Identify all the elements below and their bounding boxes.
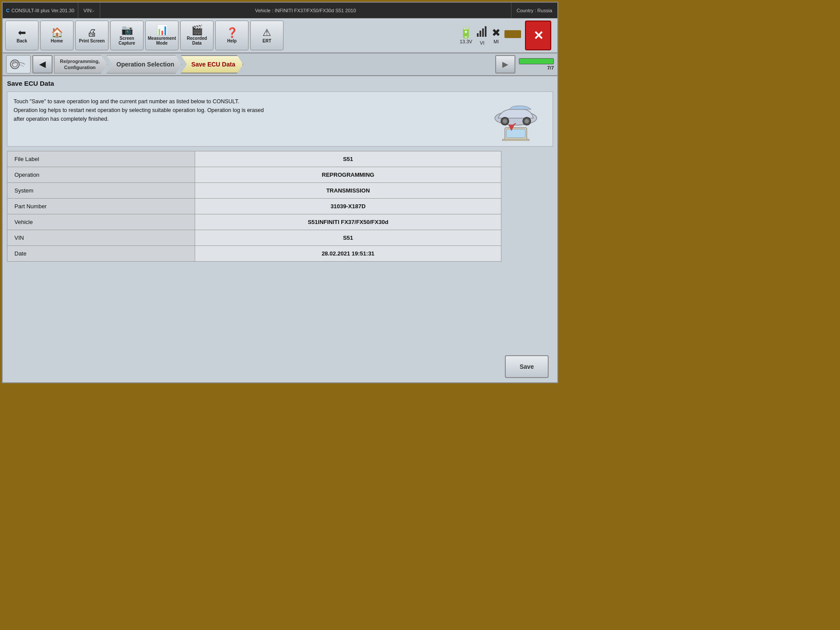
header-country: Country : Russia	[511, 3, 557, 18]
reprogramming-label: Re/programming,Configuration	[60, 58, 100, 71]
app-name: CONSULT-III plus	[11, 8, 49, 13]
mi-status: ✖ MI	[492, 27, 500, 44]
data-table-wrapper: File Label S51 Operation REPROGRAMMING S…	[7, 151, 501, 262]
home-button[interactable]: 🏠 Home	[40, 21, 74, 50]
print-label: Print Screen	[79, 38, 105, 43]
battery-voltage: 13.3V	[460, 39, 472, 44]
header-left: C CONSULT-III plus Ver.201.30	[3, 3, 78, 18]
app-logo: C	[6, 8, 10, 13]
back-icon: ⬅	[18, 28, 26, 38]
breadcrumb-operation-selection[interactable]: Operation Selection	[106, 55, 182, 74]
print-screen-button[interactable]: 🖨 Print Screen	[75, 21, 108, 50]
breadcrumb-back-button[interactable]: ◀	[32, 55, 52, 74]
screen-capture-button[interactable]: 📷 ScreenCapture	[110, 21, 144, 50]
table-label-1: Operation	[7, 167, 195, 183]
progress-label: 7/7	[547, 65, 554, 70]
svg-point-9	[503, 119, 507, 123]
table-label-5: VIN	[7, 230, 195, 246]
data-table: File Label S51 Operation REPROGRAMMING S…	[7, 151, 501, 262]
table-value-1: REPROGRAMMING	[195, 167, 501, 183]
ert-button[interactable]: ⚠ ERT	[250, 21, 284, 50]
table-row: VIN S51	[7, 230, 501, 246]
svg-point-11	[525, 119, 529, 123]
table-value-4: S51INFINITI FX37/FX50/FX30d	[195, 214, 501, 230]
breadcrumb-save-ecu[interactable]: Save ECU Data	[181, 55, 243, 74]
table-value-3: 31039-X187D	[195, 199, 501, 214]
mi-label: MI	[494, 39, 499, 44]
progress-fill	[519, 59, 553, 64]
svg-rect-0	[477, 33, 479, 37]
table-row: System TRANSMISSION	[7, 183, 501, 199]
bottom-section: File Label S51 Operation REPROGRAMMING S…	[7, 151, 553, 380]
breadcrumb-bar: ◀ Re/programming,Configuration Operation…	[3, 53, 557, 76]
close-button[interactable]: ✕	[525, 21, 551, 50]
capture-label: ScreenCapture	[119, 36, 135, 46]
svg-rect-4	[504, 30, 521, 38]
header-bar: C CONSULT-III plus Ver.201.30 VIN:- Vehi…	[3, 3, 557, 18]
table-value-5: S51	[195, 230, 501, 246]
country-label: Country : Russia	[517, 8, 552, 13]
battery-icon: 🔋	[459, 27, 472, 39]
table-label-0: File Label	[7, 151, 195, 167]
recorded-data-button[interactable]: 🎬 RecordedData	[180, 21, 214, 50]
progress-container: 7/7	[519, 58, 554, 70]
operation-selection-label: Operation Selection	[116, 61, 174, 68]
page-title: Save ECU Data	[7, 79, 553, 88]
vi-label: VI	[480, 40, 484, 46]
table-label-6: Date	[7, 246, 195, 262]
warning-icon: ⚠	[262, 28, 271, 38]
back-label: Back	[17, 38, 27, 43]
header-vehicle: Vehicle : INFINITI FX37/FX50/FX30d S51 2…	[100, 3, 511, 18]
ert-label: ERT	[262, 38, 271, 43]
toolbar: ⬅ Back 🏠 Home 🖨 Print Screen 📷 ScreenCap…	[3, 18, 557, 53]
table-row: File Label S51	[7, 151, 501, 167]
breadcrumb-reprogramming[interactable]: Re/programming,Configuration	[54, 55, 107, 74]
vi-status: VI	[476, 25, 488, 46]
measurement-mode-button[interactable]: 📊 MeasurementMode	[145, 21, 178, 50]
vehicle-info: Vehicle : INFINITI FX37/FX50/FX30d S51 2…	[255, 8, 356, 13]
table-value-2: TRANSMISSION	[195, 183, 501, 199]
table-value-6: 28.02.2021 19:51:31	[195, 246, 501, 262]
svg-rect-3	[485, 26, 486, 37]
save-ecu-label: Save ECU Data	[191, 61, 235, 68]
back-button[interactable]: ⬅ Back	[5, 21, 38, 50]
measurement-icon: 📊	[156, 25, 168, 35]
status-area: 🔋 13.3V VI ✖ MI	[459, 21, 555, 50]
save-wrapper: Save	[505, 151, 553, 380]
table-row: Operation REPROGRAMMING	[7, 167, 501, 183]
help-icon: ❓	[226, 28, 238, 38]
camera-icon: 📷	[121, 25, 133, 35]
car-laptop-image	[485, 97, 546, 141]
forward-arrow-icon: ▶	[502, 60, 508, 69]
table-row: Part Number 31039-X187D	[7, 199, 501, 214]
brand-logo	[6, 55, 31, 74]
back-arrow-icon: ◀	[39, 60, 46, 69]
mi-icon: ✖	[492, 27, 500, 39]
home-icon: 🏠	[51, 28, 63, 38]
main-content: Save ECU Data Touch "Save" to save opera…	[3, 76, 557, 382]
info-box: Touch "Save" to save operation log and t…	[7, 91, 553, 147]
measurement-label: MeasurementMode	[148, 36, 176, 46]
help-button[interactable]: ❓ Help	[215, 21, 248, 50]
vin-label: VIN:-	[84, 8, 94, 13]
save-button[interactable]: Save	[505, 355, 549, 378]
signal-status	[504, 28, 522, 43]
table-label-3: Part Number	[7, 199, 195, 214]
recorded-icon: 🎬	[191, 25, 203, 35]
svg-rect-13	[506, 129, 525, 138]
table-row: Vehicle S51INFINITI FX37/FX50/FX30d	[7, 214, 501, 230]
table-label-2: System	[7, 183, 195, 199]
info-text: Touch "Save" to save operation log and t…	[14, 97, 481, 141]
table-value-0: S51	[195, 151, 501, 167]
battery-status: 🔋 13.3V	[459, 27, 472, 44]
progress-bar	[519, 58, 554, 64]
header-vin: VIN:-	[78, 3, 100, 18]
svg-rect-14	[502, 139, 529, 141]
help-label: Help	[227, 38, 237, 43]
forward-button[interactable]: ▶	[495, 55, 515, 74]
recorded-label: RecordedData	[187, 36, 207, 46]
vi-icon	[476, 25, 488, 40]
app-version: Ver.201.30	[51, 8, 74, 13]
table-row: Date 28.02.2021 19:51:31	[7, 246, 501, 262]
svg-rect-1	[480, 31, 481, 37]
